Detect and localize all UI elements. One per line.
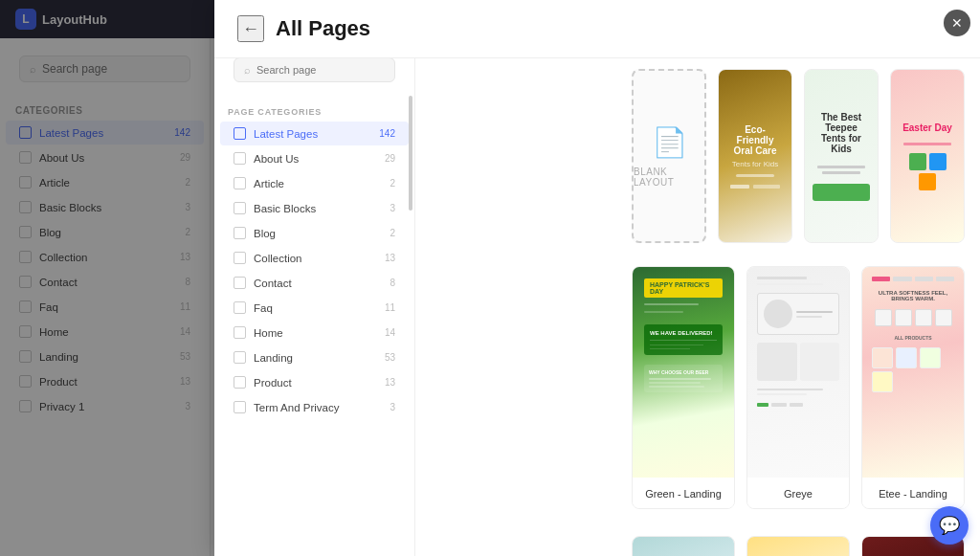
page-label-etee: Etee - Landing [862,478,964,508]
cat-label: Article [254,178,284,189]
modal-cat-about-us[interactable]: About Us 29 [220,146,409,170]
cat-label: Contact [254,278,292,289]
modal-sidebar: ⌕ PAGE CATEGORIES Latest Pages 142 About… [214,0,415,556]
cat-label: Latest Pages [254,128,318,140]
cat-label: Collection [254,253,302,264]
page-card-easter-candy[interactable]: Celebrate the Perfect Easter Candy Varie… [746,536,850,556]
page-thumb-etee: ULTRA SOFTNESS FEEL,BRINGS WARM. ALL PRO… [862,267,964,478]
modal-cat-contact[interactable]: Contact 8 [220,271,409,295]
back-button[interactable]: ← [237,15,264,42]
page-label-text: Green - Landing [645,488,722,500]
cat-icon [234,127,246,140]
page-label-text: Greye [784,488,813,500]
cat-count: 3 [390,402,395,412]
modal-search-wrapper: ⌕ [214,57,414,100]
modal-cat-landing[interactable]: Landing 53 [220,345,409,369]
modal-search-input[interactable] [256,64,385,76]
blank-layout-label: Blank layout [634,167,704,188]
thumb-title: Eco-Friendly Oral Care [728,124,782,156]
cat-label: Basic Blocks [254,203,316,214]
page-card-tents[interactable]: The Best Teepee Tents for Kids [804,69,879,243]
modal-overlay: ← All Pages ✕ ⌕ PAGE CATEGORIES Latest P… [0,0,980,556]
page-thumb-sleep: Good Sleep Better Health [633,537,734,556]
modal-cat-blog[interactable]: Blog 2 [220,221,409,245]
page-label-greye: Greye [747,478,849,508]
page-card-sleep[interactable]: Good Sleep Better Health [632,536,735,556]
cat-count: 13 [385,253,395,263]
modal-header: ← All Pages [214,0,980,58]
modal-cat-term-privacy[interactable]: Term And Privacy 3 [220,395,409,419]
cat-icon [234,277,246,289]
cat-label: Faq [254,302,273,314]
page-label-green: Green - Landing [633,478,734,508]
top-row: 📄 Blank layout Eco-Friendly Oral Care Te… [632,69,965,243]
thumb-title: The Best Teepee Tents for Kids [814,112,868,154]
page-thumb-easter-top: Easter Day [891,70,964,242]
search-icon: ⌕ [244,64,251,76]
chat-button[interactable]: 💬 [930,506,969,545]
page-label-text: Etee - Landing [879,488,947,500]
cat-icon [234,351,246,364]
cat-icon [234,376,246,389]
cat-count: 53 [385,352,395,363]
cat-icon [234,326,246,339]
modal-search-box[interactable]: ⌕ [234,57,395,82]
cat-label: Blog [254,228,276,239]
cat-icon [234,202,246,214]
modal-categories-list: Latest Pages 142 About Us 29 Article 2 B… [214,122,414,419]
modal-cat-faq[interactable]: Faq 11 [220,296,409,320]
modal-cat-home[interactable]: Home 14 [220,321,409,345]
cat-icon [234,401,246,413]
page-card-greye[interactable]: Greye [746,266,850,509]
page-thumb-eco: Eco-Friendly Oral Care Tents for Kids [719,70,791,242]
blank-layout-card[interactable]: 📄 Blank layout [632,69,706,243]
cat-count: 13 [385,377,395,388]
page-card-etee[interactable]: ULTRA SOFTNESS FEEL,BRINGS WARM. ALL PRO… [861,266,965,509]
modal-cat-basic-blocks[interactable]: Basic Blocks 3 [220,196,409,220]
modal-cat-product[interactable]: Product 13 [220,370,409,394]
page-thumb-greye [747,267,849,478]
cat-count: 8 [390,278,395,288]
file-icon: 📄 [652,125,687,159]
scrollbar-thumb [409,96,412,211]
cat-label: Landing [254,352,293,364]
cat-icon [234,177,246,189]
page-card-eco[interactable]: Eco-Friendly Oral Care Tents for Kids [718,69,792,243]
cat-icon [234,152,246,165]
cat-count: 2 [390,178,395,189]
page-thumb-tents: The Best Teepee Tents for Kids [805,70,878,242]
modal-section-title: PAGE CATEGORIES [214,100,414,121]
cat-label: Product [254,377,292,389]
cat-count: 14 [385,327,395,338]
cat-count: 3 [390,203,395,213]
cat-label: Home [254,327,283,339]
close-button[interactable]: ✕ [944,10,970,36]
pages-grid: HAPPY PATRICK'S DAY WE HAVE DELIVERED! W… [632,266,965,509]
thumb-subtitle: Tents for Kids [732,160,778,168]
close-icon: ✕ [951,15,963,31]
cat-icon [234,227,246,239]
cat-label: Term And Privacy [254,402,339,413]
chat-icon: 💬 [939,515,960,536]
modal-cat-collection[interactable]: Collection 13 [220,246,409,270]
page-card-easter-top[interactable]: Easter Day [890,69,965,243]
pages-grid-2: Good Sleep Better Health Celebrate the P… [632,536,965,556]
modal-title: All Pages [276,16,370,41]
cat-label: About Us [254,153,299,165]
thumb-title: Easter Day [902,122,952,133]
modal-cat-article[interactable]: Article 2 [220,171,409,195]
modal-main-content: 📄 Blank layout Eco-Friendly Oral Care Te… [616,54,980,556]
cat-count: 2 [390,228,395,238]
modal-cat-latest[interactable]: Latest Pages 142 [220,122,409,145]
page-card-green-landing[interactable]: HAPPY PATRICK'S DAY WE HAVE DELIVERED! W… [632,266,735,509]
scrollbar-track[interactable] [409,57,412,556]
cat-count: 142 [379,128,395,139]
cat-count: 11 [385,302,395,313]
all-pages-modal: ← All Pages ✕ ⌕ PAGE CATEGORIES Latest P… [214,0,980,556]
page-thumb-easter-candy: Celebrate the Perfect Easter Candy Varie… [747,537,849,556]
page-thumb-green: HAPPY PATRICK'S DAY WE HAVE DELIVERED! W… [633,267,734,478]
cat-icon [234,252,246,264]
cat-icon [234,301,246,314]
cat-count: 29 [385,153,395,164]
